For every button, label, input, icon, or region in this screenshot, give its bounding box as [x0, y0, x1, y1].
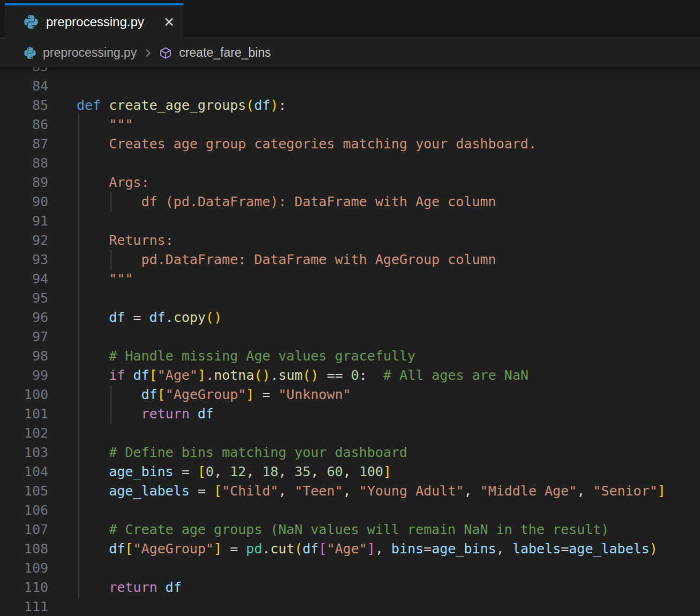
code-line[interactable]: 86 """ [0, 115, 700, 134]
line-number[interactable]: 106 [0, 501, 48, 520]
indent-guide [78, 366, 79, 385]
line-number[interactable]: 95 [0, 289, 48, 308]
line-number[interactable]: 87 [0, 134, 48, 154]
code-line[interactable]: 87 Creates age group categories matching… [0, 134, 700, 154]
code-line[interactable]: 111 [0, 597, 700, 616]
code-text: df (pd.DataFrame): DataFrame with Age co… [77, 192, 700, 212]
line-number[interactable]: 94 [0, 269, 48, 289]
code-line[interactable]: 106 [0, 501, 700, 520]
line-number[interactable]: 107 [0, 520, 48, 539]
code-line[interactable]: 105 age_labels = ["Child", "Teen", "Youn… [0, 482, 700, 501]
close-icon[interactable]: ✕ [163, 16, 175, 29]
code-text: age_bins = [0, 12, 18, 35, 60, 100] [77, 462, 700, 482]
code-token: , [375, 541, 391, 557]
line-number[interactable]: 86 [0, 115, 48, 134]
code-line[interactable]: 108 df["AgeGroup"] = pd.cut(df["Age"], b… [0, 539, 700, 559]
code-token: [ [214, 483, 222, 499]
tab-bar: preprocessing.py ✕ [0, 0, 700, 39]
code-line[interactable]: 93 pd.DataFrame: DataFrame with AgeGroup… [0, 250, 700, 269]
code-line[interactable]: 101 return df [0, 404, 700, 424]
code-token: df [77, 387, 158, 402]
code-token: labels [512, 541, 561, 557]
line-number[interactable]: 101 [0, 404, 48, 424]
line-number[interactable]: 100 [0, 385, 48, 404]
code-token: age_bins [431, 541, 496, 557]
code-token: : [278, 97, 286, 113]
code-token: , [246, 464, 262, 479]
code-line[interactable]: 96 df = df.copy() [0, 308, 700, 327]
line-number[interactable]: 111 [0, 597, 48, 616]
line-number[interactable]: 104 [0, 462, 48, 482]
code-line[interactable]: 104 age_bins = [0, 12, 18, 35, 60, 100] [0, 462, 700, 482]
code-token: == [319, 367, 351, 383]
code-line[interactable]: 89 Args: [0, 173, 700, 192]
code-token: , [577, 483, 593, 499]
code-line[interactable]: 98 # Handle missing Age values gracefull… [0, 347, 700, 366]
code-token: return [77, 406, 190, 422]
line-number[interactable]: 84 [0, 77, 48, 96]
code-token: = [561, 541, 569, 557]
code-line[interactable]: 109 [0, 559, 700, 578]
code-line[interactable]: 91 [0, 212, 700, 231]
line-number[interactable]: 103 [0, 443, 48, 462]
code-line[interactable]: 107 # Create age groups (NaN values will… [0, 520, 700, 539]
line-number[interactable]: 109 [0, 559, 48, 578]
code-token: , [343, 464, 359, 479]
line-number[interactable]: 91 [0, 212, 48, 231]
indent-guide [78, 482, 79, 501]
code-line[interactable]: 95 [0, 289, 700, 308]
code-text: return df [77, 404, 700, 424]
code-line[interactable]: 88 [0, 154, 700, 173]
line-number[interactable]: 85 [0, 96, 48, 115]
code-line[interactable]: 90 df (pd.DataFrame): DataFrame with Age… [0, 192, 700, 212]
code-token: pd.DataFrame: DataFrame with AgeGroup co… [77, 252, 496, 267]
code-line[interactable]: 97 [0, 327, 700, 347]
code-line[interactable]: 103 # Define bins matching your dashboar… [0, 443, 700, 462]
code-token: df [254, 97, 270, 113]
code-token: : [359, 367, 367, 383]
line-number[interactable]: 102 [0, 424, 48, 443]
tab-preprocessing[interactable]: preprocessing.py ✕ [5, 3, 183, 39]
code-line[interactable]: 94 """ [0, 269, 700, 289]
line-number[interactable]: 90 [0, 192, 48, 212]
code-line[interactable]: 84 [0, 77, 700, 96]
line-number[interactable]: 97 [0, 327, 48, 347]
code-token: ) [650, 541, 658, 557]
code-token: ] [383, 464, 391, 479]
line-number[interactable]: 96 [0, 308, 48, 327]
code-token: pd [246, 541, 262, 557]
line-number[interactable]: 89 [0, 173, 48, 192]
code-line[interactable]: 85def create_age_groups(df): [0, 96, 700, 115]
breadcrumb-file[interactable]: preprocessing.py [43, 46, 137, 60]
symbol-method-icon [159, 47, 172, 59]
indent-guide [78, 424, 79, 443]
code-token: () [303, 367, 319, 383]
code-line[interactable]: 102 [0, 424, 700, 443]
line-number[interactable]: 88 [0, 154, 48, 173]
line-number[interactable]: 83 [0, 67, 48, 77]
line-number[interactable]: 98 [0, 347, 48, 366]
line-number[interactable]: 93 [0, 250, 48, 269]
line-number[interactable]: 105 [0, 482, 48, 501]
breadcrumb-symbol[interactable]: create_fare_bins [179, 46, 271, 60]
code-line[interactable]: 110 return df [0, 578, 700, 597]
code-line[interactable]: 92 Returns: [0, 231, 700, 250]
code-token: df (pd.DataFrame): DataFrame with Age co… [77, 194, 496, 209]
indent-guide [78, 404, 79, 424]
code-token: , [214, 464, 230, 479]
code-text [77, 424, 700, 443]
code-text [77, 289, 700, 308]
code-token: 12 [230, 464, 246, 479]
line-number[interactable]: 108 [0, 539, 48, 559]
code-line[interactable]: 100 df["AgeGroup"] = "Unknown" [0, 385, 700, 404]
code-line[interactable]: 83 [0, 67, 700, 77]
indent-guide [78, 250, 79, 269]
indent-guide [78, 154, 79, 173]
line-number[interactable]: 110 [0, 578, 48, 597]
code-text: return df [77, 578, 700, 597]
code-line[interactable]: 99 if df["Age"].notna().sum() == 0: # Al… [0, 366, 700, 385]
line-number[interactable]: 92 [0, 231, 48, 250]
code-editor[interactable]: 838485def create_age_groups(df):86 """87… [0, 67, 700, 616]
line-number[interactable]: 99 [0, 366, 48, 385]
code-token: if [77, 367, 125, 383]
